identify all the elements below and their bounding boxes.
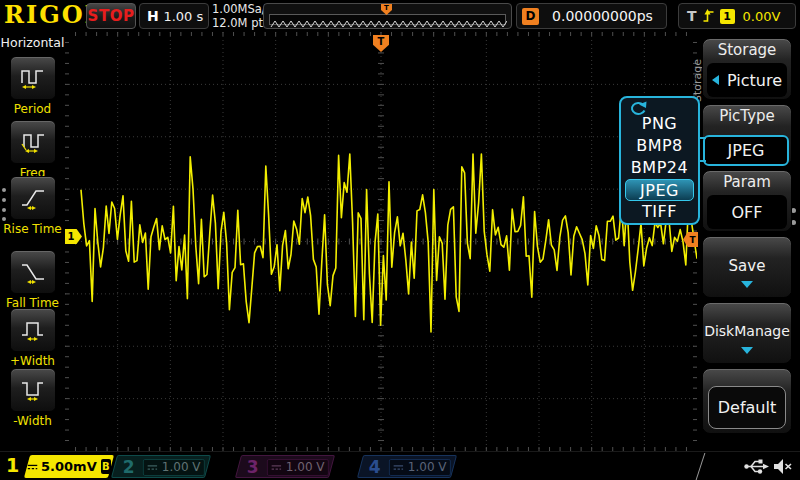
popup-item-png[interactable]: PNG — [625, 113, 694, 135]
channel4-scale: 1.00 V — [408, 460, 447, 474]
popup-connector-line — [698, 160, 706, 162]
down-arrow-icon — [741, 347, 753, 354]
softkey-param[interactable]: Param OFF — [702, 170, 792, 232]
fall-time-icon — [20, 260, 46, 284]
trigger-level-value: 0.00V — [743, 9, 781, 24]
softkey-pictype-value[interactable]: JPEG — [703, 135, 789, 166]
softkey-param-value[interactable]: OFF — [707, 195, 787, 229]
pictype-value: JPEG — [728, 141, 765, 160]
menu-page-dot — [2, 188, 6, 192]
channel2-scale-box: 1.00 V — [143, 458, 205, 475]
channel4-scale-box: 1.00 V — [389, 458, 451, 475]
timebase-prefix: H — [147, 8, 159, 24]
popup-item-tiff[interactable]: TIFF — [625, 201, 694, 223]
channel4-number: 4 — [369, 457, 381, 477]
popup-item-bmp8[interactable]: BMP8 — [625, 135, 694, 157]
rise-time-label: Rise Time — [0, 222, 65, 236]
menu-page-dot — [2, 198, 6, 202]
measure-item-period[interactable]: Period — [0, 56, 65, 116]
dc-coupling-icon — [147, 462, 158, 471]
dc-coupling-icon — [271, 462, 282, 471]
freq-icon — [20, 130, 46, 154]
softkey-save-title: Save — [703, 257, 791, 275]
minus-width-icon — [20, 378, 46, 402]
softkey-diskmanage-title: DiskManage — [703, 323, 791, 339]
channel2-scale: 1.00 V — [162, 460, 201, 474]
softkey-storage-value[interactable]: Picture — [707, 63, 787, 97]
measure-menu-title: Horizontal — [0, 32, 65, 50]
softkey-storage-title: Storage — [703, 39, 791, 59]
channel3-scale: 1.00 V — [286, 460, 325, 474]
plus-width-button[interactable] — [10, 308, 56, 352]
softkey-pictype[interactable]: PicType JPEG — [702, 104, 792, 166]
delay-prefix: D — [522, 8, 539, 25]
softkey-diskmanage[interactable]: DiskManage — [702, 302, 792, 364]
plus-width-label: +Width — [0, 354, 65, 368]
channel1-number: 1 — [6, 454, 19, 476]
measure-item-plus-width[interactable]: +Width — [0, 308, 65, 368]
rise-time-button[interactable] — [10, 176, 56, 220]
measure-item-minus-width[interactable]: -Width — [0, 368, 65, 428]
fall-time-button[interactable] — [10, 250, 56, 294]
pictype-options-list: PNG BMP8 BMP24 JPEG TIFF — [625, 113, 694, 223]
softkey-save[interactable]: Save — [702, 236, 792, 298]
channel1-waveform — [81, 154, 697, 332]
statusbar-divider — [696, 453, 706, 480]
menu-page-dot — [2, 208, 6, 212]
default-label: Default — [718, 398, 776, 417]
usb-icon — [744, 457, 770, 476]
rising-edge-icon — [701, 8, 716, 24]
channel3-number: 3 — [247, 457, 259, 477]
popup-connector-line — [698, 137, 706, 139]
param-value: OFF — [732, 203, 763, 222]
channel-status-bar: 1 5.00mV B 2 1.00 V — [0, 451, 800, 480]
minus-width-label: -Width — [0, 414, 65, 428]
dc-coupling-icon — [27, 462, 38, 472]
graticule-grid — [65, 32, 697, 451]
oscilloscope-screen: RIGOL STOP H 1.00 s 1.00MSa/s 12.0M pts … — [0, 0, 800, 480]
freq-button[interactable] — [10, 120, 56, 164]
trigger-status-box[interactable]: T 1 0.00V — [678, 3, 796, 29]
run-state-indicator: STOP — [86, 3, 136, 29]
trigger-prefix: T — [687, 8, 697, 24]
speaker-muted-icon — [772, 456, 793, 477]
bandwidth-limit-badge: B — [101, 459, 111, 474]
trigger-source-badge: 1 — [720, 9, 735, 24]
rise-time-icon — [20, 186, 46, 210]
period-button[interactable] — [10, 56, 56, 100]
period-icon — [20, 66, 46, 90]
measure-item-freq[interactable]: Freq — [0, 120, 65, 180]
channel1-status[interactable]: 5.00mV B — [24, 455, 114, 478]
measure-item-rise-time[interactable]: Rise Time — [0, 176, 65, 236]
softkey-param-title: Param — [703, 171, 791, 191]
preview-waveform-icon — [270, 18, 507, 30]
down-arrow-icon — [741, 281, 753, 288]
period-label: Period — [0, 102, 65, 116]
softkey-pictype-title: PicType — [703, 105, 791, 125]
dc-coupling-icon — [393, 462, 404, 471]
softkey-storage[interactable]: Storage Picture — [702, 38, 792, 100]
softkey-default[interactable]: Default — [702, 368, 792, 434]
channel3-scale-box: 1.00 V — [267, 458, 329, 475]
timebase-box[interactable]: H 1.00 s — [139, 3, 209, 29]
popup-item-bmp24[interactable]: BMP24 — [625, 157, 694, 179]
delay-value: 0.00000000ps — [539, 8, 666, 24]
menu-page-dot — [2, 217, 6, 221]
pictype-popup-menu: PNG BMP8 BMP24 JPEG TIFF — [619, 96, 700, 225]
left-arrow-icon — [712, 75, 719, 85]
channel3-status[interactable]: 3 1.00 V — [235, 455, 335, 478]
delay-box[interactable]: D 0.00000000ps — [516, 3, 667, 29]
default-button[interactable]: Default — [708, 386, 786, 429]
left-measure-menu: Horizontal Period — [0, 32, 65, 451]
plus-width-icon — [20, 318, 46, 342]
minus-width-button[interactable] — [10, 368, 56, 412]
popup-item-jpeg-selected[interactable]: JPEG — [625, 179, 694, 201]
measure-item-fall-time[interactable]: Fall Time — [0, 250, 65, 310]
channel4-status[interactable]: 4 1.00 V — [357, 455, 457, 478]
channel2-status[interactable]: 2 1.00 V — [111, 455, 211, 478]
storage-type-value: Picture — [727, 71, 782, 90]
waveform-preview-window — [269, 14, 506, 25]
channel2-number: 2 — [123, 457, 135, 477]
timebase-value: 1.00 s — [159, 9, 208, 24]
channel1-scale: 5.00mV — [41, 459, 97, 474]
